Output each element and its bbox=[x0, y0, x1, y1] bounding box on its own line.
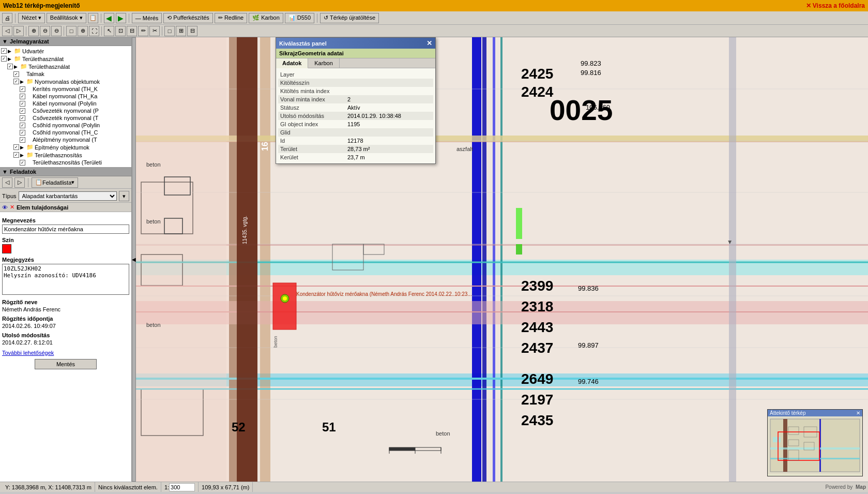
minimap-title: Áttekintő térkép ✕ bbox=[768, 410, 862, 416]
field-megnevezes[interactable] bbox=[2, 224, 129, 234]
delete-btn[interactable]: ✂ bbox=[149, 26, 160, 36]
tree-item[interactable]: Területhasznosítás (Területi bbox=[1, 159, 130, 166]
tree-checkbox[interactable] bbox=[20, 86, 25, 92]
tree-checkbox[interactable] bbox=[20, 101, 25, 107]
tree-item[interactable]: Csővezeték nyomvonal (P bbox=[1, 107, 130, 114]
elem-delete-icon[interactable]: ✕ bbox=[10, 204, 14, 211]
panel-row-key: Id bbox=[280, 138, 347, 144]
add-btn[interactable]: □ bbox=[164, 26, 175, 36]
tree-checkbox[interactable] bbox=[1, 48, 7, 54]
toolbar-print-btn[interactable]: 🖨 bbox=[2, 13, 12, 23]
panel-tab-adatok[interactable]: Adatok bbox=[276, 58, 308, 68]
tree-item[interactable]: ▶📁Építmény objektumok bbox=[1, 143, 130, 151]
tree-item[interactable]: Kábel nyomvonal (Polylin bbox=[1, 100, 130, 107]
tree-arrow: ▶ bbox=[20, 145, 25, 150]
toolbar-buffer-btn[interactable]: ⟲ Pufferkészítés bbox=[163, 13, 213, 23]
minimap-close[interactable]: ✕ bbox=[856, 410, 860, 416]
svg-rect-80 bbox=[770, 447, 860, 450]
toolbar-reload-btn[interactable]: ↺ Térkép újratöltése bbox=[320, 13, 379, 23]
panel-titlebar: Kiválasztás panel ✕ bbox=[276, 38, 435, 49]
identify-btn[interactable]: ⊡ bbox=[115, 26, 126, 36]
tree-item[interactable]: ▶📁Területhasználat bbox=[1, 55, 130, 63]
further-options-link[interactable]: További lehetőségek bbox=[2, 350, 54, 356]
zoom-in-btn[interactable]: ⊕ bbox=[28, 26, 39, 36]
tree-item[interactable]: Talmak bbox=[1, 70, 130, 78]
toolbar-view-menu[interactable]: Nézet ▾ bbox=[18, 13, 45, 23]
tasks-list-btn[interactable]: 📋 Feladatlista ▾ bbox=[32, 177, 78, 188]
map-area[interactable]: 11435. vgtg. 2425 2424 0025 99.823 99.81… bbox=[136, 37, 868, 482]
tree-item[interactable]: Alépítmény nyomvonal (T bbox=[1, 136, 130, 143]
panel-row-value: 23,7 m bbox=[347, 154, 365, 160]
panel-close-btn[interactable]: ✕ bbox=[427, 39, 432, 47]
tree-item[interactable]: Csőhíd nyomvonal (Polylin bbox=[1, 122, 130, 129]
svg-text:2425: 2425 bbox=[521, 66, 553, 82]
zoom-fit-btn[interactable]: ⛶ bbox=[89, 26, 99, 36]
tree-item[interactable]: ▶📁Udvartér bbox=[1, 47, 130, 55]
toolbar-nav-left[interactable]: ◀ bbox=[104, 13, 114, 23]
tree-checkbox[interactable] bbox=[20, 108, 25, 114]
toolbar-d550-btn[interactable]: 📊 D550 bbox=[285, 13, 314, 23]
legend-header[interactable]: ▼ Jelmagyarázat bbox=[0, 37, 131, 46]
tree-item[interactable]: ▶📁Nyomvonalas objektumok bbox=[1, 78, 130, 85]
toolbar-icon1[interactable]: 📋 bbox=[88, 13, 98, 23]
tree-item[interactable]: Csővezeték nyomvonal (T bbox=[1, 114, 130, 122]
svg-text:2318: 2318 bbox=[521, 298, 553, 315]
tasks-back-btn[interactable]: ◁ bbox=[2, 177, 12, 188]
side-collapse-btn[interactable]: ◀ bbox=[132, 37, 136, 482]
tree-checkbox[interactable] bbox=[1, 56, 7, 62]
zoom-out-btn[interactable]: ⊖ bbox=[40, 26, 50, 36]
panel-title: Kiválasztás panel bbox=[279, 40, 327, 47]
toolbar-nav-right[interactable]: ▶ bbox=[116, 13, 126, 23]
toolbar-redline-btn[interactable]: ✏ Redline bbox=[215, 13, 247, 23]
save-button[interactable]: Mentés bbox=[35, 359, 97, 369]
panel-row: Id12178 bbox=[278, 137, 433, 145]
folder-icon: 📁 bbox=[26, 152, 34, 158]
zoom-prev-btn[interactable]: ⊖ bbox=[51, 26, 62, 36]
tree-checkbox[interactable] bbox=[13, 79, 19, 84]
tasks-toolbar: ◁ ▷ 📋 Feladatlista ▾ bbox=[0, 176, 131, 189]
toolbar-measure-btn[interactable]: — Mérés bbox=[132, 13, 162, 23]
snap-btn[interactable]: ⊞ bbox=[176, 26, 186, 36]
tasks-type-dropdown-btn[interactable]: ▾ bbox=[119, 191, 129, 201]
select-btn[interactable]: ↖ bbox=[104, 26, 114, 36]
tree-checkbox[interactable] bbox=[13, 71, 19, 77]
tree-checkbox[interactable] bbox=[20, 115, 25, 121]
tree-item[interactable]: ▶📁Területhasznosítás bbox=[1, 151, 130, 159]
zoom-win-btn[interactable]: ⊕ bbox=[78, 26, 88, 36]
tree-item[interactable]: ▶📁Területhasználat bbox=[1, 63, 130, 70]
tree-item[interactable]: Csőhíd nyomvonal (TH_C bbox=[1, 129, 130, 136]
field-szin-color[interactable] bbox=[2, 244, 11, 253]
tree-checkbox[interactable] bbox=[7, 64, 13, 69]
nav-fwd-btn[interactable]: ▷ bbox=[13, 26, 24, 36]
tree-label: Csővezeték nyomvonal (P bbox=[33, 108, 99, 114]
tasks-type-select[interactable]: Alapadat karbantartás bbox=[19, 191, 117, 201]
toolbar-karbon-btn[interactable]: 🌿 Karbon bbox=[249, 13, 283, 23]
tree-checkbox[interactable] bbox=[20, 130, 25, 136]
scale-input[interactable] bbox=[169, 483, 195, 491]
tasks-fwd-btn[interactable]: ▷ bbox=[14, 177, 25, 188]
field-megjegyzes[interactable]: 10ZL52JKH02 Helyszín azonosító: UDV4186 bbox=[2, 264, 129, 295]
nav-back-btn[interactable]: ◁ bbox=[2, 26, 12, 36]
tree-item[interactable]: Kerítés nyomvonal (TH_K bbox=[1, 85, 130, 93]
deselect-btn[interactable]: ⊟ bbox=[127, 26, 137, 36]
tree-item[interactable]: Kábel nyomvonal (TH_Ka bbox=[1, 93, 130, 100]
panel-row-value: Aktív bbox=[347, 104, 360, 111]
panel-row-key: GI object index bbox=[280, 121, 347, 127]
toolbar-settings-menu[interactable]: Beállítások ▾ bbox=[47, 13, 86, 23]
back-link[interactable]: ✕ Vissza a főoldalra bbox=[806, 2, 865, 9]
scale-label: 1: bbox=[164, 484, 169, 490]
tree-checkbox[interactable] bbox=[20, 160, 25, 166]
full-extent-btn[interactable]: □ bbox=[66, 26, 77, 36]
tree-checkbox[interactable] bbox=[20, 137, 25, 143]
elem-props-header: 👁 ✕ Elem tulajdonságai bbox=[0, 203, 131, 212]
tree-checkbox[interactable] bbox=[13, 144, 19, 150]
tasks-header[interactable]: ▼ Feladatok bbox=[0, 168, 131, 176]
svg-text:99.897: 99.897 bbox=[578, 341, 599, 349]
remove-btn[interactable]: ⊟ bbox=[187, 26, 197, 36]
panel-tab-karbon[interactable]: Karbon bbox=[308, 58, 339, 68]
folder-icon: 📁 bbox=[20, 63, 27, 70]
tree-checkbox[interactable] bbox=[20, 94, 25, 99]
tree-checkbox[interactable] bbox=[13, 152, 19, 158]
tree-checkbox[interactable] bbox=[20, 123, 25, 128]
edit-btn[interactable]: ✏ bbox=[138, 26, 148, 36]
